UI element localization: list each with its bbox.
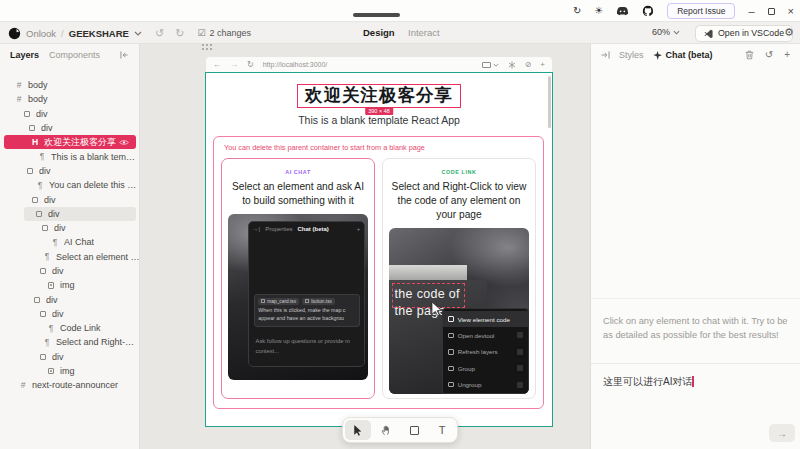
minimize-icon[interactable]: –: [748, 6, 754, 17]
layer-row-div[interactable]: div: [0, 350, 140, 364]
layer-row-select-an-element-and-[interactable]: ¶Select an element and...: [0, 250, 140, 264]
text-icon: ¶: [50, 238, 60, 247]
reload-app-icon[interactable]: ↻: [573, 6, 581, 16]
restore-icon[interactable]: [768, 8, 775, 15]
layer-label: div: [41, 123, 53, 133]
layer-row-code-link[interactable]: ¶Code Link: [0, 321, 140, 335]
mock-chat-panel: →| Properties Chat (beta) + map_card.tsx…: [248, 221, 366, 367]
delete-chat-icon[interactable]: [745, 50, 754, 60]
layer-row-div[interactable]: div: [0, 107, 140, 121]
device-size-dropdown[interactable]: [482, 62, 499, 68]
layer-label: You can delete this paren...: [49, 180, 140, 190]
send-message-button[interactable]: →: [769, 424, 795, 442]
layer-row-body[interactable]: #body: [0, 92, 140, 106]
page-subtitle[interactable]: This is a blank template React App: [206, 114, 552, 126]
project-name-label[interactable]: GEEKSHARE: [69, 28, 129, 39]
discord-icon[interactable]: [616, 6, 629, 16]
layer-row-img[interactable]: img: [0, 278, 140, 292]
open-in-vscode-button[interactable]: Open in VSCode: [695, 25, 793, 42]
div-icon: [32, 297, 42, 303]
changes-count-label: 2 changes: [209, 28, 251, 38]
theme-sun-icon[interactable]: ☀: [594, 6, 603, 16]
menu-item-icon: [448, 349, 454, 355]
mock-menu-item-group: Group: [443, 360, 528, 376]
frame-drag-handle[interactable]: [201, 43, 213, 51]
text-icon: ¶: [35, 181, 45, 190]
layer-row-you-can-delete-this-paren-[interactable]: ¶You can delete this paren...: [0, 178, 140, 192]
layer-row-div[interactable]: div: [0, 164, 140, 178]
layer-row-div[interactable]: div: [0, 292, 140, 306]
undo-icon[interactable]: ↺: [155, 28, 164, 39]
layer-label: AI Chat: [64, 237, 94, 247]
div-icon: [38, 268, 48, 274]
ai-chat-card[interactable]: AI CHAT Select an element and ask AI to …: [221, 158, 375, 399]
code-link-badge: CODE LINK: [389, 169, 529, 175]
chat-history-icon[interactable]: ↺: [765, 50, 773, 60]
close-icon[interactable]: ×: [788, 6, 794, 17]
code-link-card-image[interactable]: the code of the page View element codeOp…: [389, 228, 529, 394]
layer-row-next-route-announcer[interactable]: #next-route-announcer: [0, 378, 140, 392]
layer-row-img[interactable]: img: [0, 364, 140, 378]
hand-tool-button[interactable]: [373, 420, 399, 440]
onlook-logo-icon[interactable]: [8, 27, 21, 40]
eye-visibility-icon[interactable]: [119, 139, 129, 146]
layer-label: Code Link: [60, 323, 101, 333]
theme-toggle-icon[interactable]: [508, 61, 516, 69]
tab-components[interactable]: Components: [49, 50, 100, 60]
tab-layers[interactable]: Layers: [10, 50, 39, 60]
page-heading[interactable]: 欢迎关注极客分享: [297, 84, 461, 108]
mock-menu-item-open-devtool: Open devtool: [443, 327, 528, 343]
url-field[interactable]: http://localhost:3000/: [263, 61, 473, 68]
add-frame-icon[interactable]: +: [540, 61, 545, 69]
tab-chat[interactable]: Chat (beta): [653, 50, 713, 60]
browser-refresh-icon[interactable]: ↻: [247, 61, 254, 69]
tab-design[interactable]: Design: [363, 27, 395, 38]
layer-row-div[interactable]: div: [0, 121, 140, 135]
zoom-level-dropdown[interactable]: 60%: [652, 27, 680, 37]
gear-icon[interactable]: ⚙: [784, 26, 794, 39]
layer-row-ai-chat[interactable]: ¶AI Chat: [0, 235, 140, 249]
hide-frame-icon[interactable]: ⊘: [525, 61, 532, 69]
layer-label: 欢迎关注极客分享: [44, 136, 116, 149]
redo-icon[interactable]: ↻: [175, 28, 184, 39]
layer-row-div[interactable]: div: [0, 264, 140, 278]
report-issue-button[interactable]: Report Issue: [667, 3, 735, 19]
layer-row-div[interactable]: div: [24, 207, 136, 221]
collapse-right-panel-icon[interactable]: [601, 51, 610, 59]
browser-forward-icon[interactable]: →: [230, 61, 238, 69]
webview-frame[interactable]: 欢迎关注极客分享 390 × 48 This is a blank templa…: [205, 72, 553, 427]
layer-row-div[interactable]: div: [0, 192, 140, 206]
layer-row-this-is-a-blank-template-r-[interactable]: ¶This is a blank template R...: [0, 149, 140, 163]
chat-help-text: Click on any element to chat with it. Tr…: [603, 314, 795, 343]
changes-indicator[interactable]: ☑ 2 changes: [197, 28, 251, 38]
parent-container[interactable]: You can delete this parent container to …: [213, 136, 544, 409]
menu-item-icon: [448, 366, 454, 372]
tab-interact[interactable]: Interact: [408, 27, 440, 38]
mock-cursor-icon: [431, 301, 443, 315]
tab-styles[interactable]: Styles: [619, 50, 644, 60]
layer-row--[interactable]: H欢迎关注极客分享: [4, 135, 136, 149]
chat-input[interactable]: 这里可以进行AI对话: [603, 375, 694, 389]
rectangle-tool-button[interactable]: [401, 420, 427, 440]
ai-chat-card-image[interactable]: →| Properties Chat (beta) + map_card.tsx…: [228, 214, 368, 380]
layer-row-div[interactable]: div: [0, 221, 140, 235]
layer-row-div[interactable]: div: [0, 307, 140, 321]
layer-label: div: [39, 166, 51, 176]
code-link-card[interactable]: CODE LINK Select and Right-Click to view…: [382, 158, 536, 399]
window-titlebar: ↻ ☀ Report Issue – ×: [0, 0, 800, 22]
layer-row-body[interactable]: #body: [0, 78, 140, 92]
browser-back-icon[interactable]: ←: [213, 61, 221, 69]
text-tool-button[interactable]: T: [429, 420, 455, 440]
container-warning-text[interactable]: You can delete this parent container to …: [224, 143, 543, 152]
collapse-left-panel-icon[interactable]: [120, 51, 129, 59]
new-chat-icon[interactable]: +: [784, 50, 790, 60]
select-tool-button[interactable]: [345, 420, 371, 440]
layer-row-select-and-right-click-[interactable]: ¶Select and Right-Click...: [0, 335, 140, 349]
hash-icon: #: [14, 95, 24, 104]
image-icon: [46, 368, 56, 375]
cursor-icon: [353, 424, 363, 436]
div-icon: [34, 211, 44, 217]
chevron-down-icon[interactable]: [134, 31, 142, 36]
github-icon[interactable]: [642, 5, 654, 17]
shortcut-badge: [517, 382, 523, 388]
